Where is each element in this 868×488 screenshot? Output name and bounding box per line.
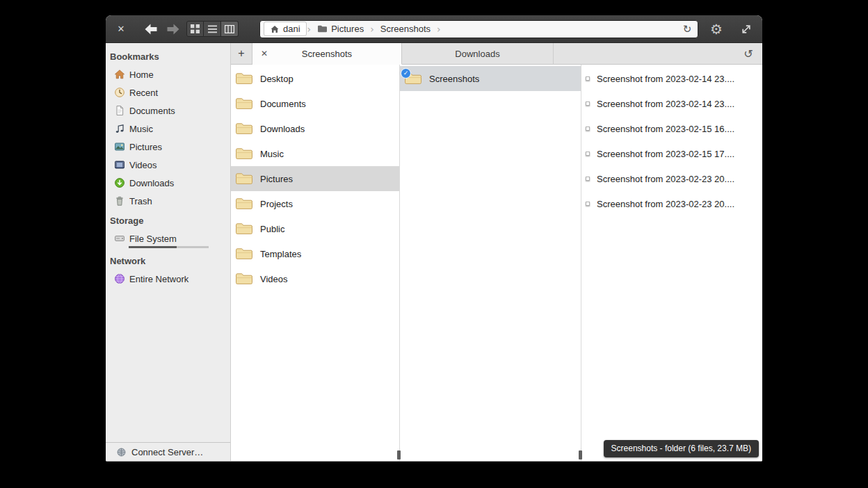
- grid-view-icon: [191, 24, 200, 33]
- sidebar-item-entire-network[interactable]: Entire Network: [106, 270, 230, 288]
- folder-icon: [317, 24, 328, 33]
- folder-icon: [235, 222, 253, 236]
- sidebar-item-label: Music: [129, 124, 153, 134]
- gear-icon: ⚙: [710, 21, 723, 38]
- sidebar-item-label: Downloads: [129, 178, 174, 188]
- folder-row-downloads[interactable]: Downloads: [231, 116, 399, 141]
- fullscreen-button[interactable]: [737, 20, 755, 38]
- sidebar-heading-storage: Storage: [106, 210, 230, 229]
- files-column: Screenshot from 2023-02-14 23.... Screen…: [581, 65, 762, 461]
- view-switcher: [186, 21, 239, 37]
- folder-icon: [235, 97, 253, 111]
- folder-icon: ✓: [404, 72, 422, 86]
- file-row[interactable]: Screenshot from 2023-02-15 16....: [581, 116, 762, 141]
- folder-icon: [235, 247, 253, 261]
- sidebar-item-label: Pictures: [129, 142, 162, 152]
- trash-icon: [114, 195, 125, 206]
- sidebar-item-trash[interactable]: Trash: [106, 192, 230, 210]
- chevron-right-icon: ›: [307, 24, 312, 35]
- sidebar-item-label: Home: [129, 70, 154, 80]
- history-button[interactable]: ↺: [734, 43, 762, 65]
- sidebar-item-label: Trash: [129, 196, 152, 206]
- file-row[interactable]: Screenshot from 2023-02-15 17....: [581, 141, 762, 166]
- sidebar-heading-bookmarks: Bookmarks: [106, 46, 230, 65]
- column-resize-grip[interactable]: [397, 450, 401, 459]
- folder-row-screenshots-selected[interactable]: ✓ Screenshots: [400, 66, 581, 91]
- window-close-button[interactable]: ✕: [113, 21, 129, 38]
- settings-gear-button[interactable]: ⚙: [707, 19, 726, 39]
- sidebar-item-label: Recent: [129, 88, 158, 98]
- folder-row-public[interactable]: Public: [231, 216, 399, 241]
- file-row[interactable]: Screenshot from 2023-02-14 23....: [581, 66, 762, 91]
- folder-row-projects[interactable]: Projects: [231, 191, 399, 216]
- breadcrumb-label: Screenshots: [380, 24, 431, 34]
- network-globe-icon: [114, 273, 125, 284]
- videos-icon: [114, 159, 125, 170]
- file-manager-window: ✕ dani › Pictures › Screenshots › ↻: [106, 15, 762, 462]
- file-row[interactable]: Screenshot from 2023-02-14 23....: [581, 91, 762, 116]
- sidebar: Bookmarks Home Recent Documents Music Pi…: [106, 43, 231, 461]
- connect-server-button[interactable]: Connect Server…: [106, 442, 230, 461]
- history-icon: ↺: [744, 47, 753, 60]
- forward-button[interactable]: [164, 21, 182, 38]
- tab-close-button[interactable]: ✕: [259, 48, 270, 59]
- breadcrumb-home[interactable]: dani: [264, 22, 307, 36]
- folder-row-documents[interactable]: Documents: [231, 91, 399, 116]
- column-view-icon: [225, 25, 234, 33]
- column-view-button[interactable]: [221, 21, 239, 37]
- list-view-icon: [208, 25, 217, 33]
- breadcrumb-pictures[interactable]: Pictures: [312, 22, 369, 35]
- close-icon: ✕: [118, 24, 125, 34]
- folder-label: Music: [260, 149, 284, 159]
- folder-row-desktop[interactable]: Desktop: [231, 66, 399, 91]
- home-icon: [114, 69, 125, 80]
- grid-view-button[interactable]: [186, 21, 204, 37]
- refresh-icon: ↻: [683, 23, 692, 35]
- folder-row-music[interactable]: Music: [231, 141, 399, 166]
- sidebar-item-file-system[interactable]: File System: [106, 229, 230, 247]
- folder-label: Screenshots: [429, 74, 479, 84]
- main-area: + ✕ Screenshots Downloads ↺ Desktop: [231, 43, 762, 461]
- column-resize-grip[interactable]: [579, 450, 582, 459]
- list-view-button[interactable]: [204, 21, 221, 37]
- sidebar-item-downloads[interactable]: Downloads: [106, 174, 230, 192]
- document-icon: [114, 105, 125, 116]
- folder-icon: [235, 172, 253, 186]
- sidebar-item-videos[interactable]: Videos: [106, 156, 230, 174]
- sidebar-item-label: Entire Network: [129, 274, 188, 284]
- file-row[interactable]: Screenshot from 2023-02-23 20....: [581, 166, 762, 191]
- folder-label: Desktop: [260, 74, 294, 84]
- file-row[interactable]: Screenshot from 2023-02-23 20....: [581, 191, 762, 216]
- folder-row-videos[interactable]: Videos: [231, 266, 399, 291]
- folder-row-pictures-selected[interactable]: Pictures: [231, 166, 399, 191]
- file-name: Screenshot from 2023-02-14 23....: [597, 74, 734, 84]
- folder-column: Desktop Documents Downloads Music: [231, 65, 400, 461]
- breadcrumb-screenshots[interactable]: Screenshots: [375, 22, 436, 35]
- sidebar-item-pictures[interactable]: Pictures: [106, 138, 230, 156]
- folder-icon: [235, 272, 253, 286]
- desktop: { "glyphs": { "window_close": "✕", "tab_…: [0, 0, 868, 488]
- sidebar-item-music[interactable]: Music: [106, 120, 230, 138]
- sidebar-item-recent[interactable]: Recent: [106, 83, 230, 101]
- folder-label: Downloads: [260, 124, 305, 134]
- new-tab-button[interactable]: +: [231, 43, 252, 65]
- header-bar: ✕ dani › Pictures › Screenshots › ↻: [106, 15, 762, 43]
- tab-label: Downloads: [455, 49, 499, 59]
- folder-row-templates[interactable]: Templates: [231, 241, 399, 266]
- file-thumbnail: [586, 177, 590, 181]
- tab-screenshots[interactable]: ✕ Screenshots: [252, 43, 402, 65]
- sidebar-item-home[interactable]: Home: [106, 65, 230, 83]
- sidebar-item-label: Videos: [129, 160, 157, 170]
- folder-icon: [235, 197, 253, 211]
- folder-label: Documents: [260, 99, 306, 109]
- file-thumbnail: [586, 152, 590, 156]
- pictures-icon: [114, 141, 125, 152]
- tab-downloads[interactable]: Downloads: [402, 43, 554, 65]
- back-button[interactable]: [142, 21, 160, 38]
- miller-columns: Desktop Documents Downloads Music: [231, 65, 762, 461]
- refresh-button[interactable]: ↻: [679, 21, 696, 38]
- sidebar-item-documents[interactable]: Documents: [106, 101, 230, 120]
- file-name: Screenshot from 2023-02-23 20....: [597, 199, 734, 209]
- expand-icon: [739, 22, 753, 36]
- harddisk-icon: [114, 233, 125, 244]
